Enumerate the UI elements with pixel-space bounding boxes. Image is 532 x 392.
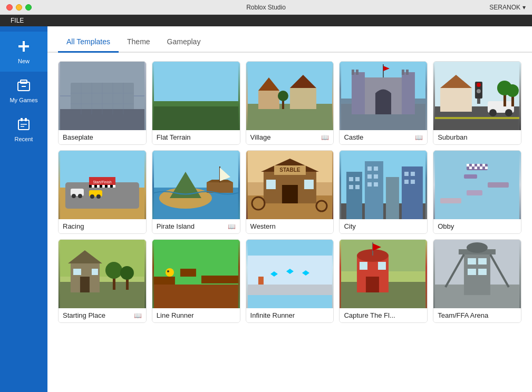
minimize-button[interactable] bbox=[16, 4, 22, 11]
template-card-castle[interactable]: Castle📖 bbox=[339, 61, 428, 145]
svg-rect-35 bbox=[352, 72, 365, 114]
template-thumb-capture-the-flag bbox=[340, 240, 427, 308]
svg-rect-111 bbox=[367, 182, 372, 187]
svg-rect-138 bbox=[92, 269, 98, 275]
svg-point-148 bbox=[166, 268, 174, 277]
template-card-capture-the-flag[interactable]: Capture The Fl... bbox=[339, 239, 428, 323]
template-thumb-starting-place bbox=[59, 240, 146, 308]
template-label-bar-capture-the-flag: Capture The Fl... bbox=[340, 308, 427, 322]
template-label-bar-pirate-island: Pirate Island📖 bbox=[152, 219, 240, 233]
template-card-pirate-island[interactable]: Pirate Island📖 bbox=[152, 150, 240, 234]
svg-rect-104 bbox=[355, 177, 360, 181]
tab-gameplay[interactable]: Gameplay bbox=[159, 32, 209, 53]
svg-rect-68 bbox=[100, 185, 102, 188]
template-label-starting-place: Starting Place bbox=[63, 311, 105, 319]
svg-point-72 bbox=[72, 194, 76, 198]
svg-rect-144 bbox=[154, 285, 238, 308]
template-card-flat-terrain[interactable]: Flat Terrain bbox=[152, 61, 240, 145]
svg-rect-124 bbox=[472, 164, 475, 166]
svg-point-51 bbox=[505, 109, 512, 116]
template-label-western: Western bbox=[250, 222, 276, 230]
template-label-suburban: Suburban bbox=[438, 133, 467, 141]
sidebar-new-label: New bbox=[18, 58, 30, 64]
svg-rect-118 bbox=[440, 198, 461, 203]
sidebar-item-my-games[interactable]: My Games bbox=[0, 72, 47, 111]
template-label-obby: Obby bbox=[438, 222, 454, 230]
svg-rect-21 bbox=[154, 62, 238, 104]
book-icon: 📖 bbox=[228, 223, 236, 230]
svg-rect-146 bbox=[180, 269, 196, 277]
svg-rect-156 bbox=[258, 277, 263, 285]
svg-rect-125 bbox=[477, 164, 480, 166]
template-thumb-pirate-island bbox=[152, 151, 240, 219]
svg-rect-37 bbox=[352, 70, 354, 75]
sidebar: New My Games Rec bbox=[0, 26, 47, 392]
template-label-bar-racing: Racing bbox=[59, 219, 146, 233]
svg-point-73 bbox=[78, 194, 82, 198]
template-card-baseplate[interactable]: Baseplate bbox=[58, 61, 147, 145]
template-card-city[interactable]: City bbox=[339, 150, 428, 234]
svg-rect-40 bbox=[406, 70, 409, 75]
template-thumb-obby bbox=[433, 151, 521, 219]
template-card-western[interactable]: STABLE Western bbox=[246, 150, 334, 234]
template-card-obby[interactable]: Obby bbox=[433, 150, 521, 234]
svg-rect-94 bbox=[304, 180, 313, 189]
content-area: All Templates Theme Gameplay Baseplate bbox=[47, 26, 532, 392]
recent-icon bbox=[17, 118, 31, 134]
window-controls[interactable] bbox=[6, 4, 32, 11]
svg-point-31 bbox=[277, 91, 288, 101]
svg-rect-175 bbox=[478, 258, 487, 264]
template-label-city: City bbox=[344, 222, 355, 230]
svg-rect-147 bbox=[201, 276, 238, 283]
template-card-infinite-runner[interactable]: Infinite Runner bbox=[246, 239, 334, 323]
svg-rect-130 bbox=[485, 166, 488, 169]
svg-rect-38 bbox=[356, 70, 359, 75]
template-thumb-baseplate bbox=[59, 62, 146, 130]
svg-rect-137 bbox=[73, 269, 81, 275]
svg-point-50 bbox=[489, 109, 497, 116]
svg-text:STABLE: STABLE bbox=[279, 167, 301, 173]
template-card-starting-place[interactable]: Starting Place📖 bbox=[58, 239, 147, 323]
svg-rect-108 bbox=[374, 166, 378, 171]
template-label-bar-flat-terrain: Flat Terrain bbox=[152, 130, 240, 144]
svg-rect-145 bbox=[154, 277, 175, 285]
template-label-bar-city: City bbox=[340, 219, 427, 233]
template-card-village[interactable]: Village📖 bbox=[246, 61, 334, 145]
svg-rect-105 bbox=[349, 185, 353, 189]
svg-rect-177 bbox=[478, 269, 487, 275]
tab-all-templates[interactable]: All Templates bbox=[58, 32, 119, 53]
template-label-baseplate: Baseplate bbox=[63, 133, 93, 141]
template-card-team-ffa-arena[interactable]: Team/FFA Arena bbox=[433, 239, 521, 323]
svg-rect-109 bbox=[367, 174, 372, 179]
sidebar-my-games-label: My Games bbox=[9, 97, 37, 103]
file-menu[interactable]: FILE bbox=[6, 17, 28, 24]
user-chevron-icon: ▾ bbox=[523, 4, 526, 11]
template-thumb-western: STABLE bbox=[246, 151, 334, 219]
svg-rect-28 bbox=[289, 88, 316, 109]
svg-rect-121 bbox=[464, 174, 477, 179]
svg-rect-92 bbox=[282, 185, 297, 203]
close-button[interactable] bbox=[6, 4, 13, 11]
maximize-button[interactable] bbox=[25, 4, 32, 11]
svg-rect-162 bbox=[366, 277, 379, 292]
svg-rect-66 bbox=[89, 185, 92, 188]
svg-rect-127 bbox=[469, 166, 472, 169]
book-icon: 📖 bbox=[415, 134, 423, 141]
tabs-bar: All Templates Theme Gameplay bbox=[47, 26, 532, 53]
svg-rect-116 bbox=[411, 180, 415, 184]
template-card-suburban[interactable]: Suburban bbox=[433, 61, 521, 145]
sidebar-item-recent[interactable]: Recent bbox=[0, 111, 47, 150]
sidebar-item-new[interactable]: New bbox=[0, 32, 47, 72]
template-label-bar-western: Western bbox=[246, 219, 334, 233]
template-label-bar-starting-place: Starting Place📖 bbox=[59, 308, 146, 322]
svg-rect-113 bbox=[404, 172, 409, 176]
plus-icon bbox=[16, 39, 31, 56]
svg-rect-126 bbox=[482, 164, 485, 166]
template-card-line-runner[interactable]: Line Runner bbox=[152, 239, 240, 323]
templates-grid-area: Baseplate Flat Terrain Village📖 bbox=[47, 53, 532, 392]
tab-theme[interactable]: Theme bbox=[119, 32, 159, 53]
template-card-racing[interactable]: Start/Finish Racing bbox=[58, 150, 147, 234]
user-menu[interactable]: SERANOK ▾ bbox=[489, 4, 526, 11]
template-label-infinite-runner: Infinite Runner bbox=[250, 311, 295, 319]
username-label: SERANOK bbox=[489, 4, 520, 11]
